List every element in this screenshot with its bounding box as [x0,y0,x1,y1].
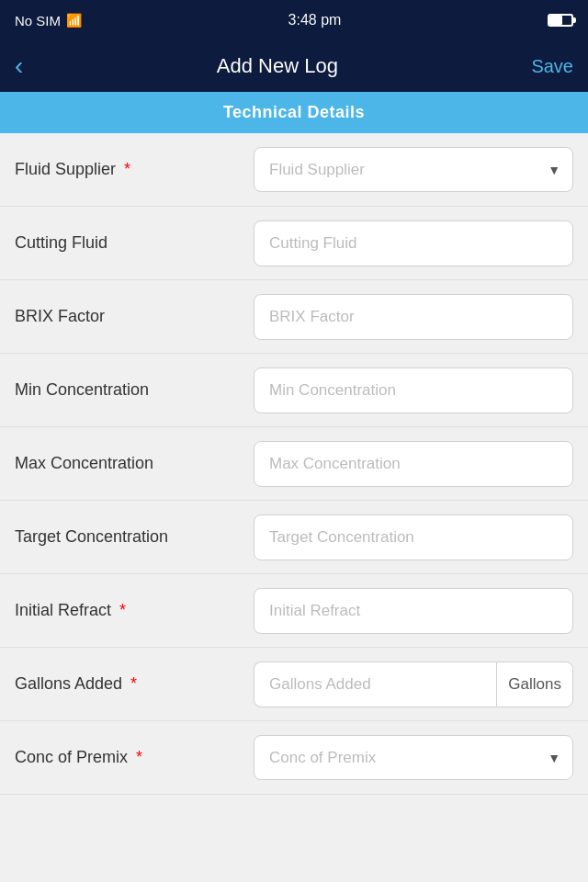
input-initial-refract[interactable] [254,588,573,634]
input-wrapper-min-concentration [254,368,573,413]
page-title: Add New Log [217,54,338,78]
form-row-min-concentration: Min Concentration [0,354,588,427]
select-wrapper-fluid-supplier: Fluid Supplier▼ [254,147,573,192]
wifi-icon: 📶 [66,13,82,28]
input-wrapper-initial-refract [254,588,573,634]
form-row-max-concentration: Max Concentration [0,427,588,501]
label-max-concentration: Max Concentration [15,454,254,473]
status-right [548,14,573,27]
save-button[interactable]: Save [531,56,573,77]
input-brix-factor[interactable] [254,294,573,340]
input-target-concentration[interactable] [254,514,573,560]
status-left: No SIM 📶 [15,13,82,28]
form-row-brix-factor: BRIX Factor [0,280,588,354]
status-bar: No SIM 📶 3:48 pm [0,0,588,40]
required-star-fluid-supplier: * [119,160,130,178]
label-gallons-added: Gallons Added * [15,674,254,694]
nav-bar: ‹ Add New Log Save [0,40,588,92]
form-row-cutting-fluid: Cutting Fluid [0,207,588,280]
input-wrapper-conc-of-premix: Conc of Premix▼ [254,735,573,780]
time-label: 3:48 pm [288,12,342,28]
carrier-label: No SIM [15,13,61,28]
gallons-group: Gallons [254,662,573,707]
back-button[interactable]: ‹ [15,53,23,79]
input-wrapper-target-concentration [254,514,573,560]
select-fluid-supplier[interactable]: Fluid Supplier [254,147,573,192]
label-target-concentration: Target Concentration [15,527,254,547]
input-wrapper-fluid-supplier: Fluid Supplier▼ [254,147,573,192]
form-row-target-concentration: Target Concentration [0,501,588,574]
input-gallons-added[interactable] [254,662,496,707]
form-row-initial-refract: Initial Refract * [0,574,588,648]
input-wrapper-max-concentration [254,441,573,487]
input-wrapper-gallons-added: Gallons [254,662,573,707]
battery-icon [548,14,573,27]
input-min-concentration[interactable] [254,368,573,413]
form-row-gallons-added: Gallons Added *Gallons [0,648,588,721]
input-wrapper-brix-factor [254,294,573,340]
required-star-conc-of-premix: * [131,748,142,766]
label-fluid-supplier: Fluid Supplier * [15,160,254,179]
gallons-unit-label: Gallons [496,662,573,707]
required-star-initial-refract: * [115,601,126,619]
label-initial-refract: Initial Refract * [15,601,254,620]
required-star-gallons-added: * [126,674,137,693]
input-max-concentration[interactable] [254,441,573,487]
label-brix-factor: BRIX Factor [15,307,254,326]
select-conc-of-premix[interactable]: Conc of Premix [254,735,573,780]
select-wrapper-conc-of-premix: Conc of Premix▼ [254,735,573,780]
label-conc-of-premix: Conc of Premix * [15,748,254,767]
input-wrapper-cutting-fluid [254,220,573,266]
form-container: Fluid Supplier *Fluid Supplier▼Cutting F… [0,133,588,795]
label-cutting-fluid: Cutting Fluid [15,233,254,253]
input-cutting-fluid[interactable] [254,220,573,266]
label-min-concentration: Min Concentration [15,380,254,400]
section-header: Technical Details [0,92,588,133]
form-row-conc-of-premix: Conc of Premix *Conc of Premix▼ [0,721,588,795]
form-row-fluid-supplier: Fluid Supplier *Fluid Supplier▼ [0,133,588,207]
